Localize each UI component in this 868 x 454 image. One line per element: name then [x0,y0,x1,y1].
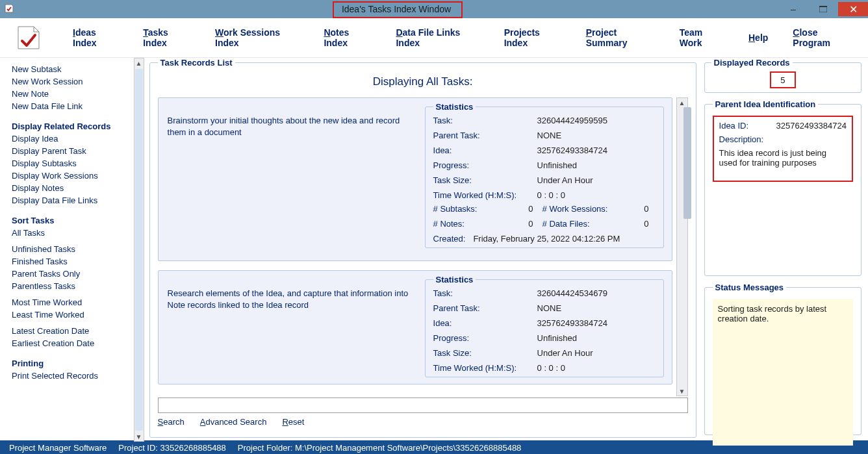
menu-help[interactable]: Help [748,32,768,43]
label-idea: Idea: [433,318,537,328]
sidebar-item-display-idea[interactable]: Display Idea [12,132,131,145]
displaying-tasks-title: Displaying All Tasks: [158,75,688,88]
status-app-name: Project Manager Software [9,443,107,453]
status-messages-legend: Status Messages [713,283,787,292]
value-parent: NONE [537,303,656,313]
parent-idea-box: Idea ID: 325762493384724 Description: Th… [713,116,853,182]
value-idea-id: 325762493384724 [776,121,847,131]
sidebar-item-most-time[interactable]: Most Time Worked [12,296,131,309]
app-icon [4,3,17,16]
label-time: Time Worked (H:M:S): [433,363,537,373]
scroll-up-icon[interactable]: ▲ [678,98,687,107]
task-description: Research elements of the Idea, and captu… [159,271,424,384]
search-bar: Search Advanced Search Reset [158,396,688,431]
menu-close-program[interactable]: Close Program [793,27,852,48]
sidebar-item-display-parent-task[interactable]: Display Parent Task [12,145,131,157]
displayed-records-value: 5 [770,71,796,88]
sidebar-item-display-notes[interactable]: Display Notes [12,182,131,194]
task-row[interactable]: Research elements of the Idea, and captu… [158,270,672,385]
search-input[interactable] [158,397,688,413]
sidebar-item-new-work-session[interactable]: New Work Session [12,75,131,88]
value-task-id: 326044424534679 [537,288,656,298]
sidebar-item-new-data-file[interactable]: New Data File Link [12,100,131,112]
value-created: Friday, February 25, 2022 04:12:26 PM [473,234,620,244]
sidebar-item-print-selected[interactable]: Print Selected Records [12,370,131,382]
main-menu: Ideas Index Tasks Index Work Sessions In… [0,18,868,58]
menu-tasks-index[interactable]: Tasks Index [143,27,190,48]
statistics-legend: Statistics [433,102,476,112]
menu-team-work[interactable]: Team Work [680,27,724,48]
search-link[interactable]: Search [158,417,185,427]
value-idea: 325762493384724 [537,318,656,328]
parent-idea-legend: Parent Idea Identification [713,99,819,109]
scrollbar-thumb[interactable] [135,69,143,431]
label-parent: Parent Task: [433,303,537,313]
menu-projects-index[interactable]: Projects Index [504,27,561,48]
statistics-legend: Statistics [433,275,476,284]
menu-data-file-links[interactable]: Data File Links Index [396,27,479,48]
sidebar-item-all-tasks[interactable]: All Tasks [12,227,131,239]
task-description: Brainstorm your initial thoughts about t… [159,98,424,260]
value-notes: 0 [520,219,540,229]
label-progress: Progress: [433,333,537,343]
sidebar-item-finished[interactable]: Finished Tasks [12,255,131,268]
sidebar-item-new-note[interactable]: New Note [12,88,131,100]
sidebar-item-display-work-sessions[interactable]: Display Work Sessions [12,170,131,182]
sidebar-header-printing: Printing [12,357,131,370]
sidebar-item-display-subtasks[interactable]: Display Subtasks [12,157,131,170]
label-wsessions: # Work Sessions: [542,204,633,214]
sidebar-item-latest[interactable]: Latest Creation Date [12,325,131,337]
menu-project-summary[interactable]: Project Summary [586,27,655,48]
value-progress: Unfinished [537,160,656,170]
sidebar-item-display-data-files[interactable]: Display Data File Links [12,194,131,207]
scroll-up-icon[interactable]: ▲ [134,58,144,68]
task-records-list: Brainstorm your initial thoughts about t… [158,97,672,396]
svg-rect-1 [819,6,827,7]
minimize-button[interactable]: — [778,2,808,16]
close-button[interactable]: ✕ [838,2,868,16]
sidebar-scrollbar[interactable]: ▲ ▼ [134,58,144,442]
value-time: 0 : 0 : 0 [537,190,656,200]
value-dfiles: 0 [636,219,656,229]
value-idea: 325762493384724 [537,145,656,155]
value-idea-desc: This idea record is just being used for … [719,148,847,168]
sidebar-item-new-subtask[interactable]: New Subtask [12,63,131,75]
label-dfiles: # Data Files: [542,219,633,229]
value-subtasks: 0 [520,204,540,214]
label-notes: # Notes: [433,219,518,229]
sidebar-item-unfinished[interactable]: Unfinished Tasks [12,243,131,255]
right-panel: Displayed Records 5 Parent Idea Identifi… [702,58,868,440]
value-parent: NONE [537,131,656,140]
value-task-id: 326044424959595 [537,116,656,125]
reset-link[interactable]: Reset [282,417,304,427]
menu-ideas-index[interactable]: Ideas Index [73,27,118,48]
label-task: Task: [433,288,537,298]
value-progress: Unfinished [537,333,656,343]
sidebar-item-least-time[interactable]: Least Time Worked [12,309,131,321]
menu-notes-index[interactable]: Notes Index [324,27,371,48]
scroll-down-icon[interactable]: ▼ [678,386,687,396]
logo-icon [16,23,42,53]
sidebar-item-earliest[interactable]: Earliest Creation Date [12,337,131,349]
label-size: Task Size: [433,175,537,185]
menu-work-sessions[interactable]: Work Sessions Index [215,27,299,48]
label-time: Time Worked (H:M:S): [433,190,537,200]
maximize-button[interactable] [808,2,838,16]
sidebar-header-related: Display Related Records [12,120,131,132]
task-statistics: Statistics Task:326044424534679 Parent T… [425,275,664,377]
status-project-id: Project ID: 33526268885488 [118,443,226,453]
label-idea-desc: Description: [719,134,770,144]
sidebar-item-parentless[interactable]: Parentless Tasks [12,280,131,292]
scrollbar-thumb[interactable] [683,107,691,219]
label-task: Task: [433,116,537,125]
label-progress: Progress: [433,160,537,170]
task-row[interactable]: Brainstorm your initial thoughts about t… [158,97,672,261]
sidebar: New Subtask New Work Session New Note Ne… [0,58,134,440]
window-title: Idea's Tasks Index Window [333,1,463,18]
sidebar-item-parent-only[interactable]: Parent Tasks Only [12,268,131,280]
scroll-down-icon[interactable]: ▼ [134,432,144,441]
label-subtasks: # Subtasks: [433,204,518,214]
list-scrollbar[interactable]: ▲ ▼ [676,97,688,396]
advanced-search-link[interactable]: Advanced Search [200,417,267,427]
task-statistics: Statistics Task:326044424959595 Parent T… [425,102,664,248]
